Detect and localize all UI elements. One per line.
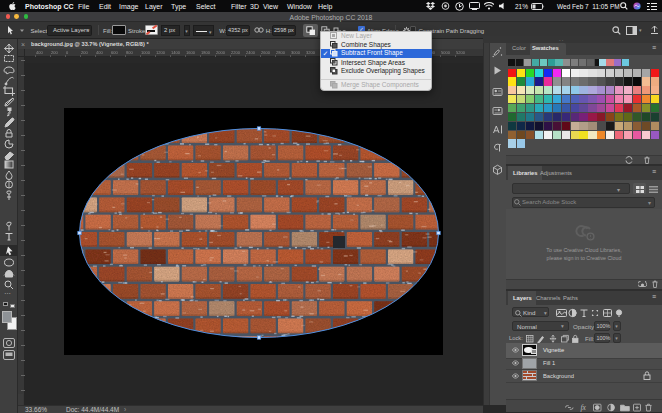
svg-text:fx: fx (581, 403, 587, 412)
